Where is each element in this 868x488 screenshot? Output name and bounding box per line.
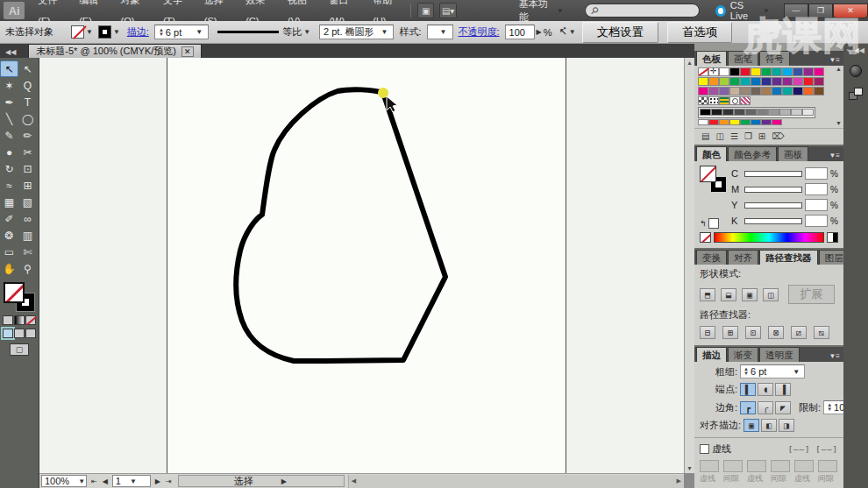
pencil-tool[interactable]: ✏: [18, 127, 37, 144]
swatch[interactable]: [761, 77, 772, 86]
gray-swatch[interactable]: [757, 109, 768, 116]
swatch[interactable]: [729, 119, 740, 125]
horizontal-scrollbar[interactable]: ◀ ▶: [348, 475, 684, 488]
miter-join-button[interactable]: ┏: [740, 401, 756, 414]
color-spectrum-bar[interactable]: [714, 232, 824, 243]
none-button[interactable]: [25, 315, 36, 325]
pear-shape-path[interactable]: [236, 89, 445, 361]
selection-tool[interactable]: ↖: [0, 60, 18, 77]
pattern-swatch[interactable]: [708, 96, 719, 105]
symbol-sprayer-tool[interactable]: ❂: [0, 227, 18, 244]
pattern-swatch[interactable]: [719, 96, 729, 105]
stroke-weight-combo[interactable]: ▲▼ 6 pt ▼: [154, 25, 209, 39]
swatch[interactable]: [719, 67, 729, 76]
fill-stroke-indicator[interactable]: [700, 166, 726, 192]
swatch[interactable]: [761, 87, 772, 95]
swatch[interactable]: [782, 67, 793, 76]
dashed-line-checkbox[interactable]: [700, 444, 709, 454]
stroke-swatch[interactable]: [98, 25, 111, 39]
swatch-groups-panel-icon[interactable]: [847, 85, 864, 103]
swatch[interactable]: [698, 119, 708, 125]
butt-cap-button[interactable]: ▌: [740, 383, 756, 396]
draw-behind-button[interactable]: [14, 329, 25, 338]
channel-value-input[interactable]: [805, 215, 828, 227]
pattern-swatch[interactable]: [698, 96, 708, 105]
stepper-icon[interactable]: ▲▼: [827, 403, 832, 412]
crop-button[interactable]: ⊠: [768, 326, 784, 339]
swatch[interactable]: [698, 67, 708, 76]
trim-button[interactable]: ⊞: [722, 326, 738, 339]
swatch-libraries-icon[interactable]: ▤: [701, 131, 709, 141]
gray-swatch[interactable]: [802, 109, 814, 116]
swatch[interactable]: [698, 87, 708, 95]
tab-pathfinder[interactable]: 路径查找器: [759, 250, 818, 265]
channel-slider[interactable]: [744, 171, 802, 177]
swatch[interactable]: [719, 77, 729, 86]
stepper-icon[interactable]: ▲▼: [743, 367, 749, 376]
swatch[interactable]: [740, 67, 751, 76]
chevron-down-icon[interactable]: ▼: [111, 28, 122, 36]
line-segment-tool[interactable]: ╲: [0, 110, 18, 127]
close-document-icon[interactable]: ✕: [181, 46, 194, 57]
intersect-button[interactable]: ▣: [742, 288, 758, 301]
chevron-down-icon[interactable]: ▼: [567, 28, 578, 36]
swatch[interactable]: [761, 119, 772, 125]
stroke-weight-combo[interactable]: ▲▼ 6 pt ▼: [740, 364, 805, 378]
artboard-number-dropdown[interactable]: 1 ▼: [112, 475, 151, 487]
artboard-tool[interactable]: ▭: [0, 244, 18, 260]
next-artboard-icon[interactable]: ▶: [153, 477, 163, 485]
graph-tool[interactable]: ▥: [18, 227, 37, 244]
blend-tool[interactable]: ∞: [18, 210, 37, 227]
projecting-cap-button[interactable]: ▐: [775, 383, 791, 396]
bevel-join-button[interactable]: ◤: [775, 401, 791, 414]
screen-mode-button[interactable]: ▢: [10, 343, 29, 356]
document-tab[interactable]: 未标题-5* @ 100% (CMYK/预览) ✕: [28, 44, 201, 58]
ellipse-tool[interactable]: ◯: [18, 110, 37, 127]
gradient-tool[interactable]: ▧: [18, 194, 37, 210]
swatch[interactable]: [782, 77, 793, 86]
divide-button[interactable]: ⊟: [700, 326, 715, 339]
chevron-down-icon[interactable]: ▼: [84, 28, 95, 36]
tab-align[interactable]: 对齐: [728, 250, 758, 265]
swatch[interactable]: [814, 77, 824, 86]
swatch[interactable]: [751, 77, 761, 86]
search-input[interactable]: ⚲: [585, 4, 701, 18]
eyedropper-tool[interactable]: ✐: [0, 210, 18, 227]
pattern-swatch[interactable]: [740, 96, 751, 105]
channel-value-input[interactable]: [805, 167, 828, 180]
swatch[interactable]: [751, 67, 761, 76]
fill-swatch[interactable]: [71, 25, 84, 39]
swatches-scrollbar[interactable]: ▲▼: [834, 66, 843, 126]
channel-slider[interactable]: [744, 187, 802, 193]
fill-stroke-indicator[interactable]: [4, 282, 35, 312]
black-white-swatch[interactable]: [827, 232, 838, 243]
swatch[interactable]: [772, 77, 782, 86]
channel-value-input[interactable]: [805, 199, 828, 211]
show-swatch-kinds-icon[interactable]: ◫: [715, 131, 723, 141]
merge-button[interactable]: ⊡: [745, 326, 761, 339]
tab-stroke[interactable]: 描边: [696, 347, 727, 362]
channel-value-input[interactable]: [805, 183, 828, 195]
zoom-level-dropdown[interactable]: 100% ▼: [41, 475, 87, 487]
brush-definition-dropdown[interactable]: 2 pt. 椭圆形 ▼: [319, 25, 394, 39]
tab-symbols[interactable]: 符号: [759, 51, 790, 66]
last-color-swatch[interactable]: [708, 218, 719, 229]
align-outside-button[interactable]: ◨: [779, 419, 794, 432]
swatch[interactable]: [814, 87, 824, 95]
rotate-tool[interactable]: ↻: [0, 160, 18, 177]
tab-artboards[interactable]: 画板: [778, 146, 808, 161]
swatch-options-icon[interactable]: ☰: [730, 131, 738, 141]
panel-menu-icon[interactable]: ▼≡: [825, 352, 843, 362]
bridge-icon[interactable]: ▣: [417, 3, 434, 18]
scroll-up-icon[interactable]: ▲: [687, 58, 693, 67]
type-tool[interactable]: T: [18, 94, 37, 110]
swatch[interactable]: [772, 87, 782, 95]
swatch[interactable]: [751, 87, 761, 95]
vertical-scrollbar[interactable]: ▲ ▼: [684, 58, 694, 473]
swatch[interactable]: [708, 77, 719, 86]
gray-swatch[interactable]: [734, 109, 745, 116]
gradient-button[interactable]: [14, 315, 25, 325]
scroll-right-icon[interactable]: ▶: [677, 476, 681, 486]
last-artboard-icon[interactable]: ⇥: [163, 477, 174, 485]
round-cap-button[interactable]: ◖: [758, 383, 773, 396]
